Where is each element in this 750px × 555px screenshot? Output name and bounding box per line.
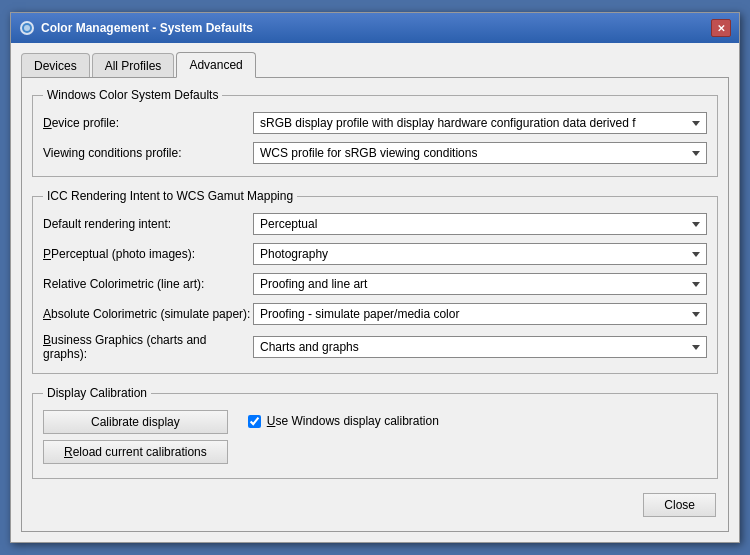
main-window: Color Management - System Defaults ✕ Dev… (10, 12, 740, 543)
use-calibration-checkbox[interactable] (248, 415, 261, 428)
icc-label-4: Business Graphics (charts and graphs): (43, 333, 253, 361)
icc-row-1: PPerceptual (photo images): Perceptual P… (43, 243, 707, 265)
icc-control-3: Perceptual Photography Proofing and line… (253, 303, 707, 325)
icc-label-1: PPerceptual (photo images): (43, 247, 253, 261)
close-window-button[interactable]: ✕ (711, 19, 731, 37)
footer: Close (32, 489, 718, 521)
calibrate-display-button[interactable]: Calibrate display (43, 410, 228, 434)
icc-row-0: Default rendering intent: Perceptual Pho… (43, 213, 707, 235)
windows-color-legend: Windows Color System Defaults (43, 88, 222, 102)
svg-point-2 (24, 25, 30, 31)
icc-select-3[interactable]: Perceptual Photography Proofing and line… (253, 303, 707, 325)
icc-select-2[interactable]: Perceptual Photography Proofing and line… (253, 273, 707, 295)
icc-legend: ICC Rendering Intent to WCS Gamut Mappin… (43, 189, 297, 203)
tab-bar: Devices All Profiles Advanced (21, 51, 729, 77)
icc-label-3: Absolute Colorimetric (simulate paper): (43, 307, 253, 321)
close-button[interactable]: Close (643, 493, 716, 517)
icc-group: ICC Rendering Intent to WCS Gamut Mappin… (32, 189, 718, 374)
icc-select-4[interactable]: Perceptual Photography Proofing and line… (253, 336, 707, 358)
icc-control-4: Perceptual Photography Proofing and line… (253, 336, 707, 358)
viewing-conditions-select[interactable]: WCS profile for sRGB viewing conditions (253, 142, 707, 164)
tab-all-profiles[interactable]: All Profiles (92, 53, 175, 78)
viewing-conditions-label: Viewing conditions profile: (43, 146, 253, 160)
window-title: Color Management - System Defaults (41, 21, 253, 35)
device-profile-label: Device profile: (43, 116, 253, 130)
calibration-checkbox-row: Use Windows display calibration (248, 410, 439, 428)
windows-color-group: Windows Color System Defaults Device pro… (32, 88, 718, 177)
title-bar-left: Color Management - System Defaults (19, 20, 253, 36)
tab-advanced[interactable]: Advanced (176, 52, 255, 78)
icc-label-2: Relative Colorimetric (line art): (43, 277, 253, 291)
device-profile-control: sRGB display profile with display hardwa… (253, 112, 707, 134)
title-bar: Color Management - System Defaults ✕ (11, 13, 739, 43)
icc-row-2: Relative Colorimetric (line art): Percep… (43, 273, 707, 295)
icc-control-2: Perceptual Photography Proofing and line… (253, 273, 707, 295)
icc-label-0: Default rendering intent: (43, 217, 253, 231)
icc-select-1[interactable]: Perceptual Photography Proofing and line… (253, 243, 707, 265)
icc-select-0[interactable]: Perceptual Photography Proofing and line… (253, 213, 707, 235)
display-calibration-group: Display Calibration Calibrate display Re… (32, 386, 718, 479)
display-calibration-legend: Display Calibration (43, 386, 151, 400)
title-controls: ✕ (711, 19, 731, 37)
reload-calibrations-button[interactable]: Reload current calibrations (43, 440, 228, 464)
tab-content-advanced: Windows Color System Defaults Device pro… (21, 77, 729, 532)
icc-control-0: Perceptual Photography Proofing and line… (253, 213, 707, 235)
icc-row-4: Business Graphics (charts and graphs): P… (43, 333, 707, 361)
icc-control-1: Perceptual Photography Proofing and line… (253, 243, 707, 265)
device-profile-select[interactable]: sRGB display profile with display hardwa… (253, 112, 707, 134)
tab-devices[interactable]: Devices (21, 53, 90, 78)
calibration-checkbox-label: Use Windows display calibration (267, 414, 439, 428)
viewing-conditions-control: WCS profile for sRGB viewing conditions (253, 142, 707, 164)
calibration-buttons: Calibrate display Reload current calibra… (43, 410, 228, 464)
icc-row-3: Absolute Colorimetric (simulate paper): … (43, 303, 707, 325)
window-icon (19, 20, 35, 36)
device-profile-row: Device profile: sRGB display profile wit… (43, 112, 707, 134)
window-body: Devices All Profiles Advanced Windows Co… (11, 43, 739, 542)
viewing-conditions-row: Viewing conditions profile: WCS profile … (43, 142, 707, 164)
calibration-inner: Calibrate display Reload current calibra… (43, 410, 707, 464)
